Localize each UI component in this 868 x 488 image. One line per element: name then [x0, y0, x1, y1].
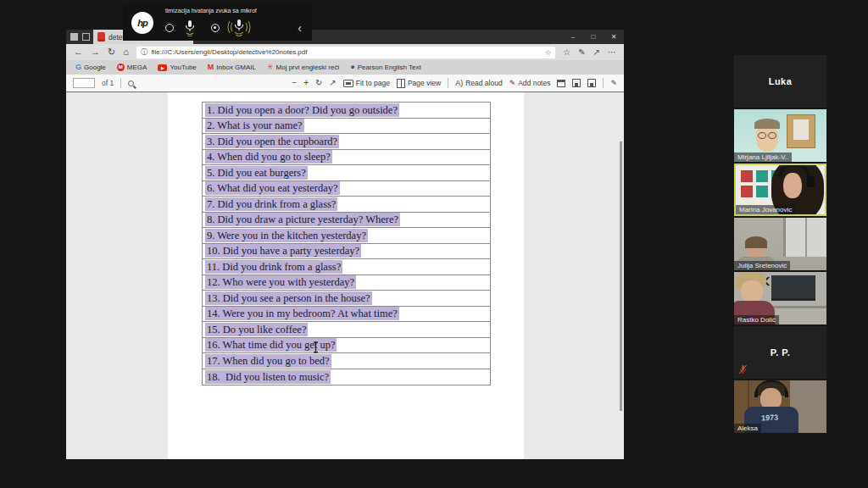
- question-text: 11. Did you drink from a glass?: [205, 260, 342, 274]
- favorite-label: Moj prvi engleski reči: [276, 64, 340, 71]
- print-icon[interactable]: [557, 80, 565, 87]
- question-row: 10. Did you have a party yesterday?: [203, 244, 490, 260]
- favorite-icon: M: [208, 64, 214, 71]
- mic-muted-icon: [738, 364, 748, 374]
- page-view-icon: [397, 79, 405, 88]
- highlighter-icon[interactable]: ✎: [610, 79, 617, 87]
- add-favorite-star-icon[interactable]: ☆: [545, 48, 552, 57]
- question-text: 4. When did you go to sleep?: [205, 150, 332, 164]
- questions-table: 1. Did you open a door? Did you go outsi…: [202, 102, 491, 385]
- question-row: 3. Did you open the cupboard?: [203, 134, 490, 150]
- pdf-page: 1. Did you open a door? Did you go outsi…: [168, 92, 524, 459]
- favorite-bookmark[interactable]: ✳ Moj prvi engleski reči: [267, 64, 339, 71]
- zoom-meeting-screen: detect – □ ✕ ← → ↻ ⌂ ⓘ file:///C:/Users/…: [0, 0, 868, 488]
- divider: [120, 78, 121, 88]
- divider: [603, 78, 604, 88]
- set-aside-tabs-icon[interactable]: [70, 33, 78, 41]
- participant-name: P. P.: [734, 326, 826, 379]
- forward-icon[interactable]: →: [91, 47, 100, 57]
- tab-preview-icon[interactable]: [82, 33, 90, 41]
- standard-mic-radio[interactable]: [165, 24, 174, 32]
- address-bar[interactable]: ⓘ file:///C:/Users/engli/Desktop/detecti…: [136, 47, 555, 58]
- question-text: 6. What did you eat yesterday?: [205, 181, 340, 195]
- participant-tile[interactable]: Julija Sretenović: [734, 218, 826, 270]
- favorite-label: Pearson English Text: [358, 64, 421, 71]
- question-row: 6. What did you eat yesterday?: [203, 181, 490, 197]
- minimize-button[interactable]: –: [563, 30, 583, 44]
- participant-tile[interactable]: Marina Jovanovic: [734, 164, 826, 216]
- favorite-label: YouTube: [170, 64, 196, 71]
- favorites-icon[interactable]: ☆: [563, 48, 570, 57]
- participant-tile[interactable]: Mirjana Ljiljak-V..: [734, 109, 826, 162]
- hp-logo: hp: [131, 12, 153, 34]
- mic-icon: [181, 19, 199, 37]
- question-row: 18. Did you listen to music?: [203, 369, 490, 385]
- zoom-in-icon[interactable]: +: [303, 79, 309, 87]
- question-row: 16. What time did you get up?: [203, 338, 490, 354]
- popup-controls: ‹: [165, 18, 309, 38]
- favorite-bookmark[interactable]: ● Pearson English Text: [350, 64, 420, 71]
- question-text: 5. Did you eat burgers?: [205, 166, 308, 180]
- favorite-icon: M: [117, 64, 125, 71]
- share-icon[interactable]: ↗: [593, 48, 600, 57]
- site-info-icon[interactable]: ⓘ: [141, 47, 148, 58]
- participant-tile[interactable]: Luka: [734, 55, 826, 108]
- favorite-bookmark[interactable]: M MEGA: [117, 64, 147, 71]
- participant-tile[interactable]: 1973 Aleksa: [734, 380, 826, 433]
- read-aloud-icon: A): [455, 79, 463, 87]
- favorite-icon: ●: [350, 64, 354, 71]
- zoom-out-icon[interactable]: −: [292, 79, 297, 87]
- question-text: 9. Were you in the kitchen yesterday?: [205, 229, 368, 242]
- question-text: 2. What is your name?: [205, 119, 304, 132]
- participant-name-label: Aleksa: [734, 424, 761, 433]
- back-icon[interactable]: ←: [74, 47, 83, 57]
- close-button[interactable]: ✕: [604, 30, 624, 44]
- favorite-bookmark[interactable]: ▶ YouTube: [158, 64, 196, 71]
- question-row: 11. Did you drink from a glass?: [203, 259, 490, 275]
- rotate-icon[interactable]: ↻: [315, 79, 322, 87]
- scrollbar[interactable]: [620, 141, 622, 411]
- favorite-icon: ✳: [267, 64, 274, 71]
- question-text: 1. Did you open a door? Did you go outsi…: [205, 103, 399, 117]
- participant-tile[interactable]: Rastko Dolić: [734, 272, 826, 324]
- hp-audio-popup: hp timizacija hvatanja zvuka sa mikrof: [123, 5, 312, 41]
- favorite-bookmark[interactable]: M Inbox GMAIL: [208, 64, 256, 71]
- divider: [448, 78, 448, 88]
- participant-name-label: Marina Jovanovic: [736, 205, 795, 214]
- favorites-bar: G Google M MEGA ▶ YouTube M Inbox GMAIL …: [66, 60, 624, 75]
- add-notes-button[interactable]: ✎ Add notes: [509, 79, 551, 87]
- question-text: 13. Did you see a person in the house?: [205, 291, 372, 305]
- web-ink-icon[interactable]: ✎: [578, 48, 585, 57]
- collapse-chevron-icon[interactable]: ‹: [298, 22, 302, 34]
- question-text: 18. Did you listen to music?: [205, 370, 331, 384]
- save-icon[interactable]: [572, 79, 581, 87]
- pdf-favicon: [97, 32, 105, 42]
- text-cursor: [312, 341, 320, 357]
- question-text: 7. Did you drink from a glass?: [205, 197, 337, 211]
- participant-name: Luka: [734, 55, 826, 108]
- page-view-button[interactable]: Page view: [397, 79, 441, 88]
- more-menu-icon[interactable]: ⋯: [608, 48, 616, 57]
- refresh-icon[interactable]: ↻: [108, 47, 115, 57]
- restore-button[interactable]: □: [583, 30, 604, 44]
- favorite-label: Inbox GMAIL: [216, 64, 256, 71]
- fit-to-page-label: Fit to page: [356, 79, 390, 87]
- question-text: 14. Were you in my bedroom? At what time…: [205, 307, 399, 320]
- question-row: 12. Who were you with yesterday?: [203, 275, 490, 291]
- page-number-input[interactable]: [73, 78, 95, 88]
- question-row: 1. Did you open a door? Did you go outsi…: [203, 103, 490, 119]
- favorite-bookmark[interactable]: G Google: [75, 64, 106, 71]
- question-text: 15. Do you like coffee?: [205, 323, 308, 336]
- page-view-label: Page view: [408, 79, 441, 87]
- participant-tile[interactable]: P. P.: [734, 326, 826, 379]
- resize-icon[interactable]: ↗: [329, 79, 336, 87]
- question-row: 17. When did you go to bed?: [203, 353, 490, 369]
- save-as-icon[interactable]: [587, 79, 596, 87]
- home-icon[interactable]: ⌂: [123, 47, 129, 57]
- search-icon[interactable]: [128, 80, 134, 86]
- sensitive-mic-radio[interactable]: [211, 24, 220, 32]
- fit-to-page-button[interactable]: Fit to page: [343, 79, 390, 87]
- participant-name-label: Julija Sretenović: [734, 261, 790, 270]
- read-aloud-button[interactable]: A) Read aloud: [455, 79, 502, 87]
- question-row: 5. Did you eat burgers?: [203, 165, 490, 181]
